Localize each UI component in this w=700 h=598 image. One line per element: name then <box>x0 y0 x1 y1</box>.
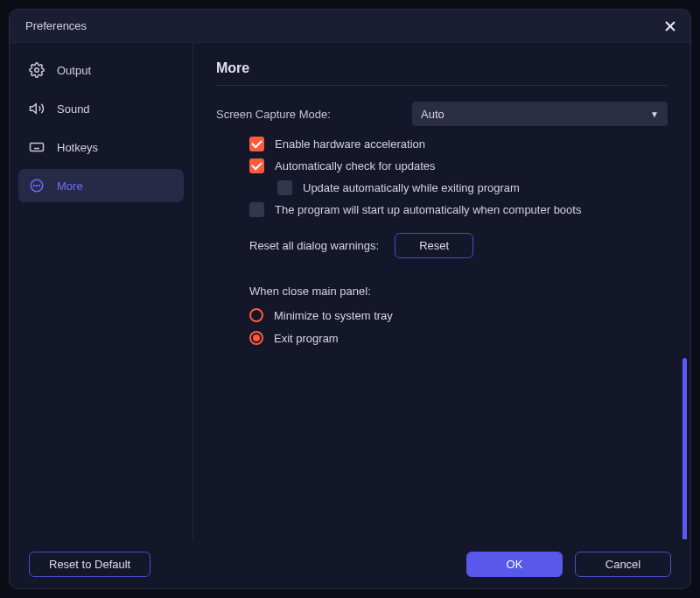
screen-capture-row: Screen Capture Mode: Auto ▼ <box>216 102 668 126</box>
body: Output Sound Hotkeys More <box>10 43 690 539</box>
scrollbar-thumb[interactable] <box>682 358 687 539</box>
window-title: Preferences <box>25 19 87 32</box>
screen-capture-select[interactable]: Auto ▼ <box>412 102 668 126</box>
close-icon[interactable] <box>661 17 680 36</box>
close-panel-label: When close main panel: <box>249 285 668 298</box>
start-on-boot-row: The program will start up automatically … <box>249 202 668 217</box>
preferences-window: Preferences Output Sound <box>9 9 691 589</box>
gear-icon <box>29 62 45 78</box>
sidebar-item-output[interactable]: Output <box>18 53 184 87</box>
hw-accel-label: Enable hardware acceleration <box>275 137 425 151</box>
auto-update-label: Automatically check for updates <box>275 159 436 172</box>
auto-update-checkbox[interactable] <box>249 158 264 173</box>
titlebar: Preferences <box>10 10 690 43</box>
sidebar: Output Sound Hotkeys More <box>10 43 193 539</box>
speaker-icon <box>29 101 45 116</box>
svg-point-6 <box>39 186 40 186</box>
start-on-boot-checkbox[interactable] <box>249 202 264 217</box>
exit-program-row: Exit program <box>249 331 668 345</box>
ok-button[interactable]: OK <box>466 552 563 577</box>
reset-default-button[interactable]: Reset to Default <box>29 552 150 577</box>
svg-point-0 <box>35 68 39 73</box>
sidebar-item-more[interactable]: More <box>18 169 184 202</box>
minimize-tray-label: Minimize to system tray <box>274 309 393 322</box>
auto-update-row: Automatically check for updates <box>249 158 668 173</box>
update-on-exit-row: Update automatically while exiting progr… <box>277 180 668 195</box>
svg-rect-2 <box>31 144 44 151</box>
minimize-tray-radio[interactable] <box>249 308 263 322</box>
sidebar-item-hotkeys[interactable]: Hotkeys <box>18 130 184 164</box>
sidebar-item-label: More <box>57 179 83 193</box>
reset-button[interactable]: Reset <box>395 233 473 258</box>
screen-capture-label: Screen Capture Mode: <box>216 108 365 121</box>
update-on-exit-label: Update automatically while exiting progr… <box>303 181 520 194</box>
hw-accel-row: Enable hardware acceleration <box>249 137 668 151</box>
section-title: More <box>216 60 668 86</box>
footer: Reset to Default OK Cancel <box>10 539 690 588</box>
reset-warnings-row: Reset all dialog warnings: Reset <box>249 233 668 258</box>
chevron-down-icon: ▼ <box>650 109 659 119</box>
sidebar-item-sound[interactable]: Sound <box>18 92 184 125</box>
exit-program-label: Exit program <box>274 332 339 345</box>
hw-accel-checkbox[interactable] <box>249 137 264 151</box>
svg-marker-1 <box>31 104 37 114</box>
sidebar-item-label: Sound <box>57 102 90 116</box>
cancel-button[interactable]: Cancel <box>575 552 671 577</box>
reset-warnings-label: Reset all dialog warnings: <box>249 239 379 252</box>
sidebar-item-label: Hotkeys <box>57 141 98 154</box>
keyboard-icon <box>29 139 45 155</box>
more-icon <box>29 178 45 193</box>
select-value: Auto <box>421 108 444 121</box>
svg-point-5 <box>37 186 38 186</box>
svg-point-4 <box>34 186 35 186</box>
sidebar-item-label: Output <box>57 64 91 77</box>
minimize-tray-row: Minimize to system tray <box>249 308 668 322</box>
exit-program-radio[interactable] <box>249 331 263 345</box>
update-on-exit-checkbox[interactable] <box>277 180 292 195</box>
content-panel: More Screen Capture Mode: Auto ▼ Enable … <box>193 43 690 539</box>
start-on-boot-label: The program will start up automatically … <box>275 203 581 216</box>
